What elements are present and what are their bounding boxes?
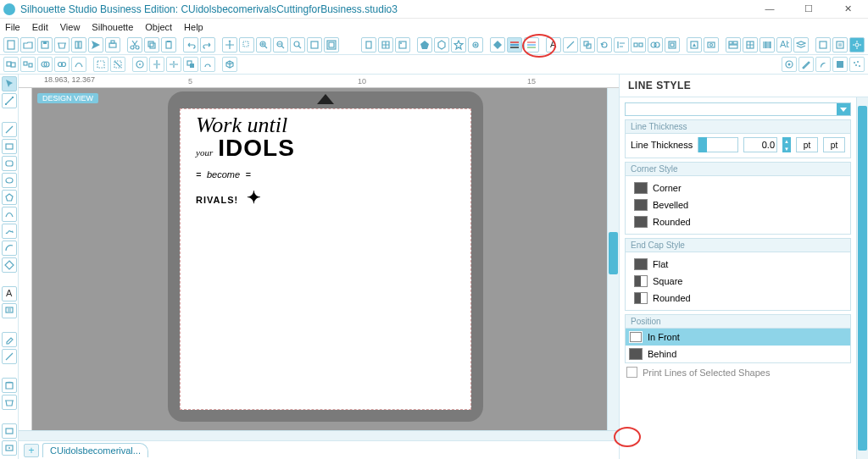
emboss-icon[interactable] xyxy=(832,57,848,72)
zoom-out-icon[interactable] xyxy=(273,37,288,53)
rounded-rect-tool-icon[interactable] xyxy=(2,156,17,171)
copy-icon[interactable] xyxy=(144,37,159,53)
position-option-behind[interactable]: Behind xyxy=(626,346,850,362)
ungroup-icon[interactable] xyxy=(20,57,36,72)
endcap-option-rounded[interactable]: Rounded xyxy=(631,290,845,307)
menu-file[interactable]: File xyxy=(5,22,20,32)
rectangle-tool-icon[interactable] xyxy=(2,139,17,154)
group-icon[interactable] xyxy=(3,57,19,72)
edit-points-icon[interactable] xyxy=(2,93,17,108)
preferences-icon[interactable] xyxy=(832,37,848,53)
corner-option-bevelled[interactable]: Bevelled xyxy=(631,196,845,213)
ellipse-tool-icon[interactable] xyxy=(2,173,17,188)
unit-pt2[interactable]: pt xyxy=(823,137,845,152)
registration-icon[interactable] xyxy=(395,37,410,53)
rhinestone-icon[interactable] xyxy=(782,57,797,72)
polygon-tool-icon[interactable] xyxy=(2,190,17,205)
layers-icon[interactable] xyxy=(793,37,809,53)
canvas-scrollbar-v[interactable] xyxy=(607,88,619,430)
preferences-tool-icon[interactable] xyxy=(2,423,17,439)
library-icon[interactable] xyxy=(71,37,86,53)
scale-icon[interactable] xyxy=(580,37,595,53)
path-icon[interactable] xyxy=(71,57,86,72)
endcap-option-flat[interactable]: Flat xyxy=(631,256,845,273)
trace-icon[interactable] xyxy=(687,37,702,53)
cut-icon[interactable] xyxy=(127,37,142,53)
canvas-scrollbar-h[interactable] xyxy=(19,430,619,440)
close-button[interactable]: ✕ xyxy=(836,3,860,14)
menu-help[interactable]: Help xyxy=(184,22,203,32)
workspace[interactable]: DESIGN VIEW Work until your IDOLS = beco… xyxy=(32,88,607,430)
zoom-in-icon[interactable] xyxy=(256,37,271,53)
menu-edit[interactable]: Edit xyxy=(32,22,48,32)
pentagon-icon[interactable] xyxy=(417,37,432,53)
transform-icon[interactable] xyxy=(563,37,578,53)
arrange-icon[interactable] xyxy=(183,57,198,72)
fit-icon[interactable] xyxy=(324,37,339,53)
zoom-tool-icon[interactable] xyxy=(290,37,305,53)
freehand-tool-icon[interactable] xyxy=(2,224,17,239)
select-tool-icon[interactable] xyxy=(2,76,17,91)
align-icon[interactable] xyxy=(614,37,629,53)
knife-tool-icon[interactable] xyxy=(2,349,17,364)
mirror-v-icon[interactable] xyxy=(166,57,181,72)
store-icon[interactable] xyxy=(54,37,70,53)
add-tab-button[interactable]: + xyxy=(24,444,39,457)
print-lines-row[interactable]: Print Lines of Selected Shapes xyxy=(625,363,851,381)
page-settings-icon[interactable] xyxy=(361,37,376,53)
print-cut-icon[interactable] xyxy=(815,57,831,72)
mirror-h-icon[interactable] xyxy=(149,57,164,72)
line-thickness-input[interactable] xyxy=(743,137,777,152)
redo-icon[interactable] xyxy=(200,37,215,53)
draw-note-icon[interactable] xyxy=(2,303,17,318)
open-icon[interactable] xyxy=(20,37,36,53)
stipple-icon[interactable] xyxy=(849,57,865,72)
modify-icon[interactable] xyxy=(648,37,663,53)
corner-option-corner[interactable]: Corner xyxy=(631,180,845,196)
text-style-icon[interactable]: A xyxy=(546,37,561,53)
star-shape-icon[interactable] xyxy=(451,37,466,53)
text-tool-icon[interactable]: A xyxy=(2,286,17,301)
undo-icon[interactable] xyxy=(183,37,198,53)
menu-silhouette[interactable]: Silhouette xyxy=(92,22,133,32)
line-thickness-spinner[interactable]: ▲▼ xyxy=(782,137,791,152)
endcap-option-square[interactable]: Square xyxy=(631,273,845,290)
select-all-icon[interactable] xyxy=(93,57,108,72)
line-style-icon[interactable] xyxy=(507,37,522,53)
rotate-icon[interactable] xyxy=(597,37,612,53)
center-icon[interactable] xyxy=(132,57,147,72)
line-color-icon[interactable] xyxy=(524,37,539,53)
weeding-icon[interactable]: Ab xyxy=(776,37,792,53)
new-icon[interactable] xyxy=(3,37,19,53)
line-tool-icon[interactable] xyxy=(2,122,17,137)
document-tab[interactable]: CUidolsbecomerival... xyxy=(42,443,148,457)
curve-tool-icon[interactable] xyxy=(2,207,17,222)
tutorial-icon[interactable] xyxy=(2,440,17,456)
design-page[interactable]: Work until your IDOLS = become = RIVALS!… xyxy=(180,108,471,410)
store-tool-icon[interactable] xyxy=(2,395,17,410)
deselect-icon[interactable] xyxy=(110,57,125,72)
paste-icon[interactable] xyxy=(161,37,176,53)
grid-icon[interactable] xyxy=(378,37,393,53)
panel-scrollbar[interactable] xyxy=(856,97,868,459)
pixscan-icon[interactable] xyxy=(704,37,719,53)
corner-option-rounded[interactable]: Rounded xyxy=(631,213,845,230)
zoom-selection-icon[interactable] xyxy=(239,37,254,53)
settings-gear-icon[interactable] xyxy=(849,37,865,53)
tiling-icon[interactable] xyxy=(743,37,758,53)
compound-icon[interactable] xyxy=(37,57,53,72)
cut-settings-icon[interactable] xyxy=(815,37,831,53)
line-thickness-slider[interactable] xyxy=(698,137,738,152)
position-option-front[interactable]: In Front xyxy=(626,329,850,346)
barcode-icon[interactable] xyxy=(760,37,775,53)
maximize-button[interactable]: ☐ xyxy=(797,3,821,14)
print-icon[interactable] xyxy=(105,37,120,53)
send-icon[interactable] xyxy=(88,37,103,53)
regular-poly-icon[interactable] xyxy=(2,257,17,273)
offset-icon[interactable] xyxy=(665,37,680,53)
minimize-button[interactable]: — xyxy=(758,3,782,14)
menu-object[interactable]: Object xyxy=(145,22,172,32)
pan-icon[interactable] xyxy=(222,37,237,53)
print-lines-checkbox[interactable] xyxy=(626,367,637,378)
fit-page-icon[interactable] xyxy=(307,37,322,53)
